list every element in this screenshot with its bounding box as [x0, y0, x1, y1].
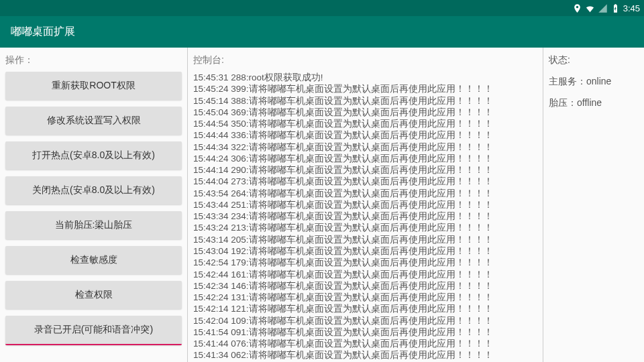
action-button-2[interactable]: 打开热点(安卓8.0及以上有效)	[5, 141, 182, 170]
location-icon	[572, 3, 582, 13]
actions-label: 操作：	[5, 54, 182, 66]
console-output: 15:45:31 288:root权限获取成功!15:45:24 399:请将嘟…	[193, 72, 537, 362]
app-bar: 嘟嘟桌面扩展	[0, 16, 644, 48]
action-button-7[interactable]: 录音已开启(可能和语音冲突)	[5, 316, 182, 345]
console-line: 15:42:44 161:请将嘟嘟车机桌面设置为默认桌面后再使用此应用！！！！	[193, 269, 537, 280]
console-line: 15:43:14 205:请将嘟嘟车机桌面设置为默认桌面后再使用此应用！！！！	[193, 234, 537, 245]
status-line: 主服务：online	[549, 76, 639, 88]
signal-icon	[598, 3, 608, 13]
console-line: 15:44:44 336:请将嘟嘟车机桌面设置为默认桌面后再使用此应用！！！！	[193, 129, 537, 141]
console-label: 控制台:	[193, 54, 537, 66]
status-line: 胎压：offline	[549, 97, 639, 109]
status-label: 状态:	[549, 54, 639, 66]
console-line: 15:43:34 234:请将嘟嘟车机桌面设置为默认桌面后再使用此应用！！！！	[193, 210, 537, 222]
action-button-3[interactable]: 关闭热点(安卓8.0及以上有效)	[5, 176, 182, 204]
console-line: 15:44:34 322:请将嘟嘟车机桌面设置为默认桌面后再使用此应用！！！！	[193, 141, 537, 153]
action-button-0[interactable]: 重新获取ROOT权限	[5, 72, 182, 100]
console-line: 15:42:24 131:请将嘟嘟车机桌面设置为默认桌面后再使用此应用！！！！	[193, 292, 537, 303]
action-button-5[interactable]: 检查敏感度	[5, 246, 182, 274]
battery-charging-icon	[610, 3, 621, 13]
console-line: 15:44:14 290:请将嘟嘟车机桌面设置为默认桌面后再使用此应用！！！！	[193, 164, 537, 176]
console-line: 15:43:44 251:请将嘟嘟车机桌面设置为默认桌面后再使用此应用！！！！	[193, 199, 537, 210]
console-line: 15:44:04 273:请将嘟嘟车机桌面设置为默认桌面后再使用此应用！！！！	[193, 176, 537, 187]
console-line: 15:44:24 306:请将嘟嘟车机桌面设置为默认桌面后再使用此应用！！！！	[193, 153, 537, 164]
console-line: 15:41:34 062:请将嘟嘟车机桌面设置为默认桌面后再使用此应用！！！！	[193, 349, 537, 361]
console-line: 15:42:14 121:请将嘟嘟车机桌面设置为默认桌面后再使用此应用！！！！	[193, 303, 537, 314]
actions-panel: 操作： 重新获取ROOT权限修改系统设置写入权限打开热点(安卓8.0及以上有效)…	[0, 48, 188, 362]
console-line: 15:42:54 179:请将嘟嘟车机桌面设置为默认桌面后再使用此应用！！！！	[193, 257, 537, 268]
action-button-6[interactable]: 检查权限	[5, 281, 182, 309]
status-panel: 状态: 主服务：online胎压：offline	[543, 48, 644, 362]
console-line: 15:44:54 350:请将嘟嘟车机桌面设置为默认桌面后再使用此应用！！！！	[193, 118, 537, 129]
status-time: 3:45	[623, 3, 640, 13]
console-line: 15:41:54 091:请将嘟嘟车机桌面设置为默认桌面后再使用此应用！！！！	[193, 326, 537, 338]
console-line: 15:43:24 213:请将嘟嘟车机桌面设置为默认桌面后再使用此应用！！！！	[193, 222, 537, 233]
console-line: 15:42:34 146:请将嘟嘟车机桌面设置为默认桌面后再使用此应用！！！！	[193, 280, 537, 292]
app-title: 嘟嘟桌面扩展	[11, 25, 75, 39]
console-line: 15:43:54 264:请将嘟嘟车机桌面设置为默认桌面后再使用此应用！！！！	[193, 188, 537, 199]
console-panel: 控制台: 15:45:31 288:root权限获取成功!15:45:24 39…	[188, 48, 543, 362]
console-line: 15:42:04 109:请将嘟嘟车机桌面设置为默认桌面后再使用此应用！！！！	[193, 315, 537, 326]
console-line: 15:45:31 288:root权限获取成功!	[193, 72, 537, 83]
console-line: 15:41:44 076:请将嘟嘟车机桌面设置为默认桌面后再使用此应用！！！！	[193, 338, 537, 349]
action-button-1[interactable]: 修改系统设置写入权限	[5, 107, 182, 135]
console-line: 15:45:24 399:请将嘟嘟车机桌面设置为默认桌面后再使用此应用！！！！	[193, 83, 537, 95]
wifi-icon	[585, 3, 595, 13]
console-line: 15:43:04 192:请将嘟嘟车机桌面设置为默认桌面后再使用此应用！！！！	[193, 245, 537, 257]
android-status-bar: 3:45	[0, 0, 644, 16]
console-line: 15:45:14 388:请将嘟嘟车机桌面设置为默认桌面后再使用此应用！！！！	[193, 95, 537, 107]
console-line: 15:45:04 369:请将嘟嘟车机桌面设置为默认桌面后再使用此应用！！！！	[193, 107, 537, 118]
action-button-4[interactable]: 当前胎压:梁山胎压	[5, 211, 182, 239]
